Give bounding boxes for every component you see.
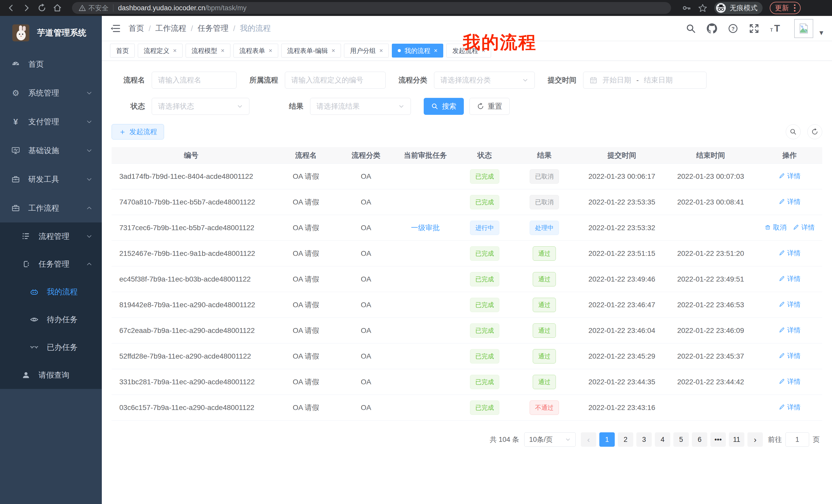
page-button-4[interactable]: 4 (655, 432, 670, 447)
sidebar-item-done-tasks[interactable]: 已办任务 (0, 333, 102, 361)
tab-my-process[interactable]: 我的流程× (392, 44, 443, 58)
status-badge: 已完成 (470, 246, 499, 261)
page-button-11[interactable]: 11 (729, 432, 744, 447)
detail-action[interactable]: 详情 (779, 172, 801, 180)
close-icon[interactable]: × (269, 47, 272, 54)
cancel-action[interactable]: 取消 (764, 223, 786, 232)
date-range-picker[interactable]: 开始日期 - 结束日期 (583, 72, 706, 89)
result-badge: 处理中 (530, 221, 559, 235)
start-date-placeholder[interactable]: 开始日期 (602, 75, 631, 85)
detail-action[interactable]: 详情 (779, 403, 801, 412)
close-icon[interactable]: × (331, 47, 335, 54)
update-button[interactable]: 更新 (770, 2, 801, 14)
close-icon[interactable]: × (379, 47, 383, 54)
detail-action[interactable]: 详情 (779, 326, 801, 335)
start-process-button[interactable]: ＋ 发起流程 (111, 124, 164, 139)
search-button[interactable]: 搜索 (424, 98, 464, 115)
process-definition-input[interactable] (285, 72, 386, 89)
sidebar-item-label: 首页 (28, 59, 44, 69)
sidebar-item-workflow[interactable]: 工作流程 (0, 194, 102, 222)
column-header: 提交时间 (579, 150, 665, 160)
incognito-icon (716, 3, 726, 13)
close-icon[interactable]: × (173, 47, 177, 54)
status-badge: 已完成 (470, 324, 499, 338)
sidebar-item-todo-tasks[interactable]: 待办任务 (0, 306, 102, 333)
next-page-button[interactable]: › (747, 432, 763, 447)
help-icon[interactable]: ? (728, 23, 738, 34)
breadcrumb-item[interactable]: 首页 (129, 23, 144, 34)
bookmark-star-icon[interactable] (698, 4, 707, 12)
page-button-1[interactable]: 1 (599, 432, 615, 447)
detail-action[interactable]: 详情 (779, 352, 801, 360)
sidebar-item-infra[interactable]: 基础设施 (0, 136, 102, 165)
tab-process-definition[interactable]: 流程定义× (138, 44, 183, 58)
tab-home[interactable]: 首页 (110, 44, 135, 58)
reset-button[interactable]: 重置 (469, 98, 510, 115)
page-ellipsis[interactable]: ••• (710, 432, 726, 447)
logo-row[interactable]: 芋道管理系统 (0, 16, 102, 50)
avatar-caret-icon[interactable]: ▾ (820, 28, 823, 38)
detail-action[interactable]: 详情 (793, 223, 815, 232)
detail-action[interactable]: 详情 (779, 274, 801, 283)
goto-page-input[interactable] (785, 432, 809, 447)
status-label: 状态 (111, 102, 152, 111)
sidebar-item-system[interactable]: ⚙ 系统管理 (0, 79, 102, 107)
sidebar-item-process-mgmt[interactable]: 流程管理 (0, 222, 102, 250)
show-search-button[interactable] (786, 124, 801, 139)
sidebar-item-devtools[interactable]: 研发工具 (0, 165, 102, 194)
back-icon[interactable] (7, 4, 16, 12)
sidebar-item-leave-query[interactable]: 请假查询 (0, 361, 102, 389)
process-category-select[interactable]: 请选择流程分类 (434, 72, 535, 89)
filter-status: 状态 请选择状态 (111, 98, 250, 115)
address-bar[interactable]: 不安全 dashboard.yudao.iocoder.cn/bpm/task/… (72, 2, 671, 14)
result-select[interactable]: 请选择流结果 (310, 98, 411, 115)
sidebar-item-home[interactable]: 首页 (0, 50, 102, 79)
font-size-icon[interactable]: тT (770, 23, 783, 34)
reload-icon[interactable] (37, 4, 46, 12)
sidebar-item-task-mgmt[interactable]: 任务管理 (0, 250, 102, 278)
detail-action[interactable]: 详情 (779, 377, 801, 386)
github-icon[interactable] (707, 23, 717, 34)
detail-action[interactable]: 详情 (779, 249, 801, 258)
home-icon[interactable] (53, 4, 62, 12)
avatar[interactable] (794, 19, 813, 38)
breadcrumb-item[interactable]: 任务管理 (198, 23, 229, 34)
search-icon[interactable] (686, 23, 696, 34)
close-icon[interactable]: × (434, 47, 437, 54)
sidebar-item-my-process[interactable]: 我的流程 (0, 278, 102, 306)
process-name-input[interactable] (152, 72, 237, 89)
page-button-6[interactable]: 6 (692, 432, 707, 447)
tab-process-form[interactable]: 流程表单× (233, 44, 278, 58)
sidebar-collapse-icon[interactable] (110, 24, 121, 33)
detail-action[interactable]: 详情 (779, 197, 801, 206)
tab-process-model[interactable]: 流程模型× (186, 44, 230, 58)
prev-page-button[interactable]: ‹ (581, 432, 596, 447)
refresh-button[interactable] (807, 124, 822, 139)
current-task-link[interactable]: 一级审批 (411, 224, 440, 232)
actions-cell: 详情 (757, 326, 822, 335)
fullscreen-icon[interactable] (749, 23, 759, 34)
sidebar-item-payment[interactable]: ¥ 支付管理 (0, 107, 102, 136)
page-button-2[interactable]: 2 (618, 432, 633, 447)
page-button-5[interactable]: 5 (673, 432, 689, 447)
close-icon[interactable]: × (221, 47, 225, 54)
tab-process-form-edit[interactable]: 流程表单-编辑× (281, 44, 341, 58)
status-select[interactable]: 请选择状态 (152, 98, 250, 115)
key-icon[interactable] (682, 4, 691, 12)
end-date-placeholder[interactable]: 结束日期 (644, 75, 673, 85)
page-button-3[interactable]: 3 (636, 432, 652, 447)
process-name: OA 请假 (271, 249, 341, 258)
edit-icon (779, 327, 785, 333)
detail-action[interactable]: 详情 (779, 300, 801, 309)
chevron-down-icon (86, 176, 93, 183)
process-name: OA 请假 (271, 223, 341, 233)
breadcrumb-item[interactable]: 工作流程 (155, 23, 186, 34)
page-size-select[interactable]: 10条/页 (524, 432, 576, 447)
goto-suffix: 页 (813, 435, 820, 444)
search-icon (431, 103, 438, 110)
pagination: 共 104 条 10条/页 ‹ 123456•••11 › 前往 页 (111, 432, 822, 447)
not-secure-warning[interactable]: 不安全 (79, 4, 108, 12)
tab-user-group[interactable]: 用户分组× (344, 44, 389, 58)
forward-icon[interactable] (22, 4, 31, 12)
browser-menu-icon[interactable] (794, 4, 796, 11)
